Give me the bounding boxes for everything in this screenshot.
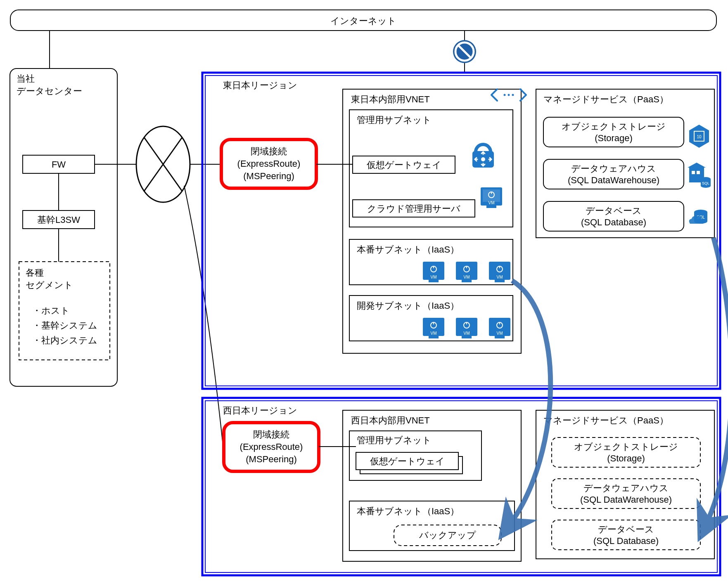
west-mgmt-label: 管理用サブネット	[357, 435, 432, 445]
east-paas-label: マネージドサービス（PaaS）	[543, 94, 669, 104]
vm-icon: VM	[481, 187, 502, 208]
svg-text:VM: VM	[464, 331, 470, 336]
vm-icon: VM	[456, 262, 477, 282]
svg-rect-24	[483, 189, 500, 202]
west-db2: (SQL Database)	[593, 536, 659, 546]
svg-rect-27	[486, 206, 496, 208]
database-icon: SQL	[689, 210, 707, 224]
west-dw1: データウェアハウス	[583, 483, 669, 493]
svg-text:VM: VM	[488, 201, 495, 205]
east-vnet-label: 東日本内部用VNET	[351, 94, 430, 104]
fw-label: FW	[52, 159, 66, 170]
west-er1: 閉域接続	[253, 429, 289, 440]
vm-icon: VM	[423, 318, 444, 338]
svg-marker-63	[688, 163, 706, 168]
west-backup-label: バックアップ	[419, 530, 476, 540]
internet-label: インターネット	[330, 16, 396, 26]
east-er3: (MSPeering)	[243, 171, 294, 181]
vpn-gateway-icon	[472, 144, 494, 168]
vm-icon: VM	[489, 262, 510, 282]
seg-item2: ・基幹システム	[32, 320, 97, 331]
router-icon	[136, 126, 190, 202]
svg-rect-52	[462, 336, 472, 338]
vm-icon: VM	[456, 318, 477, 338]
svg-point-15	[508, 94, 510, 96]
west-prod-label: 本番サブネット（IaaS）	[357, 506, 459, 516]
east-dw2: (SQL DataWarehouse)	[568, 175, 659, 185]
svg-point-14	[504, 94, 506, 96]
l3sw-label: 基幹L3SW	[37, 215, 80, 225]
datacenter-title1: 当社	[17, 73, 35, 84]
east-storage2: (Storage)	[595, 133, 633, 143]
west-paas-label: マネージドサービス（PaaS）	[543, 415, 669, 426]
east-region-label: 東日本リージョン	[223, 80, 297, 90]
arrow-prod-to-backup	[510, 281, 550, 524]
east-vgw-label: 仮想ゲートウェイ	[366, 160, 441, 170]
svg-rect-57	[495, 336, 505, 338]
seg-item3: ・社内システム	[32, 335, 97, 345]
svg-rect-47	[429, 336, 439, 338]
west-er3: (MSPeering)	[246, 454, 296, 464]
east-mgmt-label: 管理用サブネット	[357, 115, 432, 125]
east-dev-label: 開発サブネット（IaaS）	[357, 300, 459, 311]
west-storage1: オブジェクトストレージ	[574, 442, 678, 452]
vm-icon: VM	[489, 318, 510, 338]
svg-text:VM: VM	[431, 331, 437, 336]
blocked-icon	[453, 40, 476, 63]
datawarehouse-icon: SQL	[688, 163, 711, 188]
east-db2: (SQL Database)	[581, 217, 646, 227]
east-er1: 閉域接続	[251, 146, 287, 156]
west-region-label: 西日本リージョン	[223, 405, 297, 416]
east-vnet-box	[343, 89, 521, 353]
svg-text:VM: VM	[464, 275, 470, 279]
svg-rect-65	[697, 171, 700, 174]
storage-icon: 10	[689, 125, 709, 148]
west-db1: データベース	[598, 524, 654, 534]
datacenter-title2: データセンター	[17, 86, 82, 96]
svg-text:VM: VM	[497, 331, 503, 336]
west-vgw-label: 仮想ゲートウェイ	[370, 456, 445, 466]
svg-point-22	[481, 157, 485, 161]
svg-text:VM: VM	[431, 275, 437, 279]
segments-title1: 各種	[26, 267, 44, 278]
segments-title2: セグメント	[26, 280, 73, 290]
svg-text:VM: VM	[497, 275, 503, 279]
svg-rect-42	[495, 280, 505, 282]
svg-point-16	[512, 94, 514, 96]
seg-item1: ・ホスト	[32, 305, 70, 316]
east-prod-label: 本番サブネット（IaaS）	[357, 244, 459, 255]
svg-rect-64	[692, 171, 695, 174]
west-er2: (ExpressRoute)	[240, 442, 303, 452]
east-er2: (ExpressRoute)	[237, 158, 301, 169]
west-dw2: (SQL DataWarehouse)	[580, 494, 672, 505]
network-diagram: インターネット 当社 データセンター FW 基幹L3SW 各種 セグメント ・ホ…	[0, 0, 728, 584]
east-dw1: データウェアハウス	[571, 163, 656, 174]
west-storage2: (Storage)	[607, 453, 645, 463]
svg-text:SQL: SQL	[702, 181, 709, 185]
vm-icon: VM	[423, 262, 444, 282]
svg-rect-32	[429, 280, 439, 282]
svg-text:10: 10	[697, 135, 702, 139]
east-storage1: オブジェクトストレージ	[562, 121, 666, 132]
west-vnet-label: 西日本内部用VNET	[351, 415, 430, 426]
east-cloudmgmt-label: クラウド管理用サーバ	[367, 203, 460, 214]
east-db1: データベース	[586, 206, 642, 216]
svg-rect-37	[462, 280, 472, 282]
